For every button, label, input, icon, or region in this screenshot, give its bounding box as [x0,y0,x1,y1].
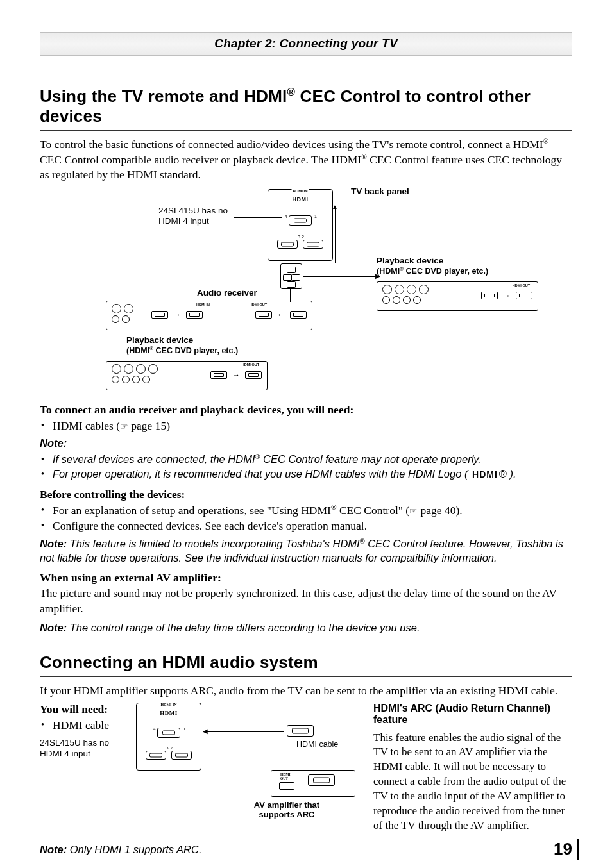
connector-line [303,276,380,277]
no-hdmi4-note: 24SL415U has no HDMI 4 input [158,206,228,226]
before-list: For an explanation of setup and operatio… [40,503,572,534]
hdmi-logo: HDMI [160,710,178,716]
audio-receiver-box: → ← HDMI IN HDMI OUT [106,301,312,330]
arrow-left-icon: ◀ [203,728,208,735]
t: CEC DVD player, etc.) [404,267,488,276]
hdmi-port-2 [303,240,323,249]
reg-mark: ® [543,137,549,145]
tv-back-panel-box-2: HDMI IN HDMI 4 1 3 2 [136,703,201,771]
note-label: Note: [40,622,67,633]
t: CEC DVD player, etc.) [153,346,238,355]
hdmi-port-icon [279,782,294,790]
av-amplifier-box: HDMIOUT [271,770,355,797]
hdmi-port-4 [289,215,312,226]
t: The control range of the delay time diff… [70,622,420,633]
list-item: For an explanation of setup and operatio… [40,503,572,519]
t: For proper operation, it is recommended … [53,468,471,480]
page-number-bar [577,839,579,860]
connector-line [293,780,307,780]
section1-rule [40,130,572,131]
playback-device-left-box: → HDMI OUT [106,361,268,390]
connector-line [203,731,284,732]
list-item: HDMI cable [40,717,123,733]
hdmi-port-4 [157,728,180,738]
section2-intro: If your HDMI amplifier supports ARC, aud… [40,683,572,699]
hdmi-logo: HDMI [293,196,309,203]
t: ). [507,468,516,480]
t: For an explanation of setup and operatio… [53,504,331,517]
page-number: 19 [554,839,572,859]
need-heading-2: You will need: [40,703,123,716]
no-hdmi4-note-2: 24SL415U has no HDMI 4 input [40,738,123,760]
arrow-up-icon: ▲ [332,203,338,210]
audio-receiver-label: Audio receiver [197,288,257,298]
chapter-header-bar: Chapter 2: Connecting your TV [40,32,572,56]
hdmi-plug-icon [245,371,262,379]
list-item: HDMI cables (☞ page 15) [40,418,572,434]
section1-intro: To control the basic functions of connec… [40,137,572,183]
port-num-1: 1 [314,214,317,219]
hdmi-port-2 [171,751,192,760]
need-list: HDMI cables (☞ page 15) [40,418,572,434]
t: HDMI 4 input [40,749,90,758]
tv-back-panel-label: TV back panel [351,187,409,197]
t: HDMI 4 input [158,216,209,226]
section1-heading: Using the TV remote and HDMI® CEC Contro… [40,87,572,126]
section1-heading-pre: Using the TV remote and HDMI [40,87,287,106]
list-item: If several devices are connected, the HD… [40,452,572,467]
pointer-icon: ☞ [409,506,418,516]
need-heading: To connect an audio receiver and playbac… [40,403,572,417]
pointer-icon: ☞ [120,422,128,431]
t: supports ARC [259,810,315,819]
arc-need-column: You will need: HDMI cable 24SL415U has n… [40,703,123,760]
playback-device-right-label: Playback device (HDMI® CEC DVD player, e… [377,256,488,276]
arc-feature-text: This feature enables the audio signal of… [373,731,572,834]
page: Chapter 2: Connecting your TV Using the … [0,0,612,868]
hdmi-port-icon [151,311,168,319]
t: AV amplifier that [254,800,319,810]
t: page 40). [418,504,463,517]
hdmi-plug-icon [186,311,203,319]
arc-feature-column: HDMI's ARC (Audio Return Channel) featur… [373,703,572,834]
t: Playback device [377,256,443,265]
t: Only HDMI 1 supports ARC. [70,844,202,855]
t: If several devices are connected, the HD… [53,453,255,465]
connector-line [335,206,336,263]
note-arc-hdmi1: Note: Only HDMI 1 supports ARC. [40,842,572,856]
note-delay: Note: The control range of the delay tim… [40,621,572,635]
section2-heading: Connecting an HDMI audio system [40,653,572,672]
note-label: Note: [40,844,67,855]
hdmi-port-icon [290,311,307,319]
t: Playback device [126,335,193,345]
t: (HDMI [377,267,400,276]
section2-rule [40,676,572,677]
note-list: If several devices are connected, the HD… [40,452,572,481]
t: CEC Control feature may not operate prop… [260,453,481,465]
reg-mark: ® [361,153,367,160]
reg-mark: ® [331,503,337,511]
tv-back-panel-box: HDMI IN HDMI 4 1 3 2 [268,189,333,261]
hdmi-plug-icon [255,311,272,319]
t: 24SL415U has no [40,738,109,747]
hdmi-logo-icon: HDMI [471,469,499,480]
arc-connection-diagram: HDMI IN HDMI 4 1 3 2 ◀ HDMI cable [136,703,361,818]
port-num-2: 2 [302,235,304,239]
t: 24SL415U has no [158,206,228,215]
hdmi-connector-icon [287,725,314,737]
note-label: Note: [40,538,67,549]
t: page 15) [128,419,170,432]
before-heading: Before controlling the devices: [40,488,572,501]
hdmi-port-3 [277,240,298,249]
callout-line [332,192,349,192]
t: (HDMI [126,346,149,355]
hdmi-in-label: HDMI IN [292,189,309,193]
hdmi-in-label: HDMI IN [159,703,178,706]
list-item: Configure the connected devices. See eac… [40,518,572,534]
hdmi-port-icon [481,292,498,299]
port-num-3: 3 [298,235,300,239]
hdmi-cable-label: HDMI cable [296,740,338,749]
t: This feature is limited to models incorp… [70,538,360,549]
t: To control the basic functions of connec… [40,138,543,151]
playback-device-left-label: Playback device (HDMI® CEC DVD player, e… [126,335,238,356]
need-list-2: HDMI cable [40,717,123,733]
